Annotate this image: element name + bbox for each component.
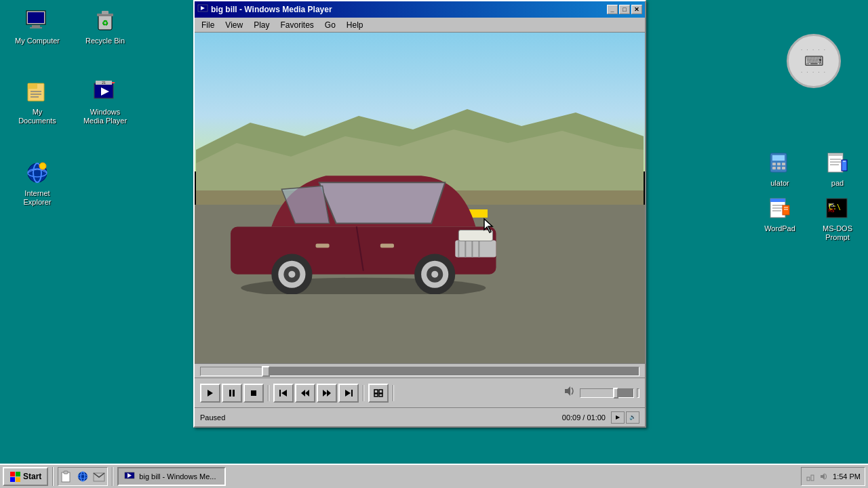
wmp-volume-slider[interactable]: [580, 388, 634, 398]
wmp-icon: 21: [92, 78, 119, 105]
keyboard-symbol: ⌨: [804, 53, 824, 69]
right-icons-col2: ulator WordPad: [753, 149, 807, 233]
taskbar-wmp-label: big bill - Windows Me...: [139, 472, 216, 481]
calculator-label: ulator: [770, 179, 789, 188]
svg-point-65: [431, 270, 438, 277]
wmp-stop-button[interactable]: [243, 384, 264, 403]
taskbar-wmp-button[interactable]: big bill - Windows Me...: [117, 467, 226, 486]
svg-rect-42: [770, 199, 785, 202]
keyboard-dots-bottom: · · · · ·: [801, 69, 827, 75]
svg-rect-96: [64, 471, 68, 474]
svg-marker-81: [305, 390, 309, 396]
svg-rect-56: [455, 240, 496, 257]
recycle-bin-label: Recycle Bin: [85, 37, 125, 45]
wmp-skip-start-button[interactable]: [273, 384, 294, 403]
svg-text:♻: ♻: [102, 19, 108, 27]
svg-rect-91: [10, 472, 15, 476]
menu-file[interactable]: File: [196, 19, 220, 31]
svg-marker-74: [208, 390, 213, 396]
desktop-icon-calculator[interactable]: ulator: [753, 149, 807, 188]
taskbar-separator-2: [112, 467, 113, 486]
wmp-maximize-button[interactable]: □: [619, 5, 630, 14]
my-documents-icon: [24, 78, 51, 105]
svg-marker-82: [323, 390, 327, 396]
wmp-rewind-button[interactable]: [295, 384, 315, 403]
svg-text:21: 21: [102, 81, 106, 85]
menu-view[interactable]: View: [220, 19, 248, 31]
svg-rect-76: [233, 390, 235, 396]
controls-separator-1: [268, 385, 269, 401]
taskbar: Start big: [0, 464, 868, 488]
svg-rect-89: [379, 394, 382, 396]
menu-play[interactable]: Play: [248, 19, 275, 31]
desktop-icon-my-documents[interactable]: MyDocuments: [10, 78, 64, 125]
svg-rect-86: [374, 390, 378, 393]
svg-rect-2: [32, 25, 40, 27]
volume-right-bound: [637, 388, 639, 398]
wmp-close-button[interactable]: ✕: [631, 5, 642, 14]
svg-rect-94: [16, 477, 20, 482]
start-button[interactable]: Start: [3, 467, 48, 486]
quick-icon-clipboard[interactable]: [60, 470, 73, 483]
svg-rect-37: [782, 163, 785, 165]
svg-rect-92: [16, 472, 20, 476]
wmp-title: big bill - Windows Media Player: [211, 5, 604, 14]
wmp-play-button[interactable]: [200, 384, 220, 403]
svg-rect-23: [828, 153, 843, 156]
video-scene: [195, 33, 645, 363]
menu-go[interactable]: Go: [319, 19, 341, 31]
desktop-icon-wmp[interactable]: 21 WindowsMedia Player: [78, 78, 132, 125]
desktop-icon-ie[interactable]: InternetExplorer: [10, 159, 64, 207]
wmp-fastforward-button[interactable]: [317, 384, 337, 403]
desktop-icon-recycle-bin[interactable]: ♻ Recycle Bin: [78, 7, 132, 45]
wmp-window: big bill - Windows Media Player _ □ ✕ Fi…: [193, 0, 646, 428]
controls-separator-2: [363, 385, 364, 401]
wmp-statusbar: Paused 00:09 / 01:00 ▶ 🔊: [195, 407, 645, 426]
wordpad-icon: [766, 195, 793, 222]
calculator-icon: [766, 149, 793, 176]
taskbar-quick-launch: [58, 467, 108, 486]
desktop-icon-my-computer[interactable]: My Computer: [10, 7, 64, 45]
svg-rect-104: [811, 475, 814, 481]
svg-rect-84: [351, 390, 353, 396]
svg-rect-88: [374, 394, 378, 396]
wordpad-label: WordPad: [764, 224, 795, 233]
quick-icon-ie[interactable]: [76, 470, 90, 483]
volume-thumb[interactable]: [613, 388, 618, 399]
wmp-view-button[interactable]: [368, 384, 389, 403]
wmp-status-icons: ▶ 🔊: [611, 411, 639, 424]
svg-rect-72: [316, 243, 330, 247]
controls-separator-3: [393, 385, 394, 401]
wmp-video: [195, 33, 645, 363]
wmp-label: WindowsMedia Player: [83, 108, 127, 125]
desktop-icon-notepad[interactable]: pad: [810, 149, 865, 188]
svg-rect-40: [782, 167, 785, 169]
svg-rect-71: [380, 243, 394, 247]
my-computer-label: My Computer: [15, 37, 60, 45]
svg-rect-87: [379, 390, 382, 393]
wmp-menubar: File View Play Favorites Go Help: [195, 18, 645, 33]
desktop-icon-msdos[interactable]: MS MS C:\ MS-DOSPrompt: [810, 195, 865, 242]
menu-favorites[interactable]: Favorites: [275, 19, 319, 31]
tray-volume-icon: [819, 472, 830, 481]
svg-marker-79: [281, 390, 287, 396]
wmp-seekbar-area[interactable]: [195, 363, 645, 378]
wmp-status: Paused: [200, 413, 562, 422]
keyboard-area: · · · · · ⌨ · · · · ·: [787, 34, 841, 88]
wmp-seek-thumb[interactable]: [262, 366, 270, 377]
desktop-icon-wordpad[interactable]: WordPad: [753, 195, 807, 233]
wmp-skip-end-button[interactable]: [338, 384, 359, 403]
wmp-time: 00:09 / 01:00: [562, 413, 606, 422]
wmp-seekbar[interactable]: [200, 367, 639, 376]
menu-help[interactable]: Help: [341, 19, 369, 31]
wmp-volume-area: [564, 385, 639, 401]
svg-marker-73: [484, 219, 492, 232]
wmp-pause-button[interactable]: [222, 384, 242, 403]
svg-rect-38: [772, 167, 776, 169]
wmp-minimize-button[interactable]: _: [607, 5, 618, 14]
quick-icon-email[interactable]: [92, 470, 106, 483]
wmp-controls: [195, 378, 645, 407]
ie-icon: [24, 159, 51, 186]
svg-rect-93: [10, 477, 15, 482]
volume-icon[interactable]: [564, 385, 577, 401]
